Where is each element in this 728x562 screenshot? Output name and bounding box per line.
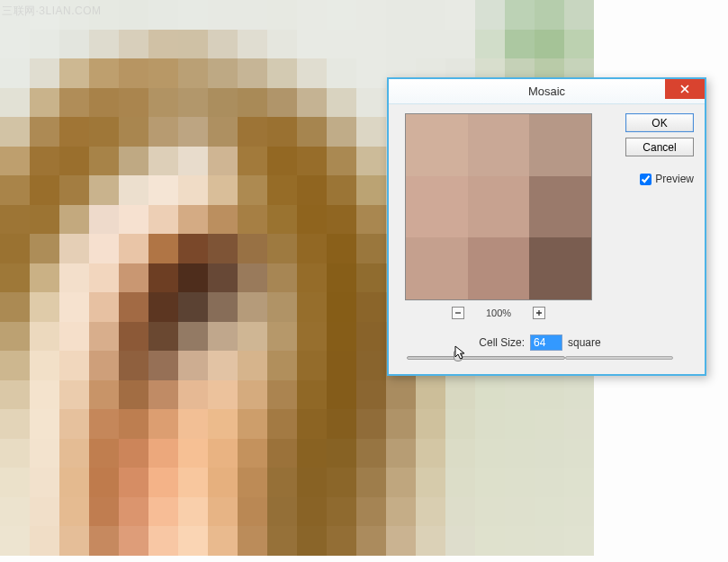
close-button[interactable] (665, 79, 705, 99)
preview-checkbox-label: Preview (655, 173, 694, 185)
plus-icon (535, 309, 543, 317)
preview-checkbox-row[interactable]: Preview (640, 173, 694, 185)
cancel-button[interactable]: Cancel (625, 138, 694, 156)
cell-size-slider-track[interactable] (407, 356, 565, 360)
watermark-text: 三联网·3LIAN.COM (2, 4, 102, 19)
filter-preview[interactable] (405, 113, 592, 300)
mosaic-dialog: Mosaic 100% Cell Size: square OK (387, 77, 706, 376)
cell-size-slider-thumb[interactable] (454, 351, 463, 361)
dialog-titlebar[interactable]: Mosaic (389, 79, 705, 104)
cell-size-input[interactable] (530, 335, 562, 351)
dialog-body: 100% Cell Size: square OK Cancel Preview (389, 104, 705, 374)
zoom-in-button[interactable] (533, 307, 545, 319)
cell-size-slider-track-right[interactable] (565, 356, 673, 360)
dialog-title: Mosaic (528, 85, 565, 98)
zoom-level: 100% (486, 308, 511, 318)
zoom-controls: 100% (405, 307, 592, 319)
close-icon (680, 85, 689, 94)
ok-button[interactable]: OK (625, 113, 694, 132)
minus-icon (454, 309, 462, 317)
cell-size-unit: square (568, 336, 601, 349)
dialog-buttons: OK Cancel (625, 113, 694, 156)
cell-size-row: Cell Size: square (405, 335, 675, 351)
preview-checkbox[interactable] (640, 174, 652, 185)
zoom-out-button[interactable] (452, 307, 464, 319)
cell-size-label: Cell Size: (479, 336, 525, 349)
